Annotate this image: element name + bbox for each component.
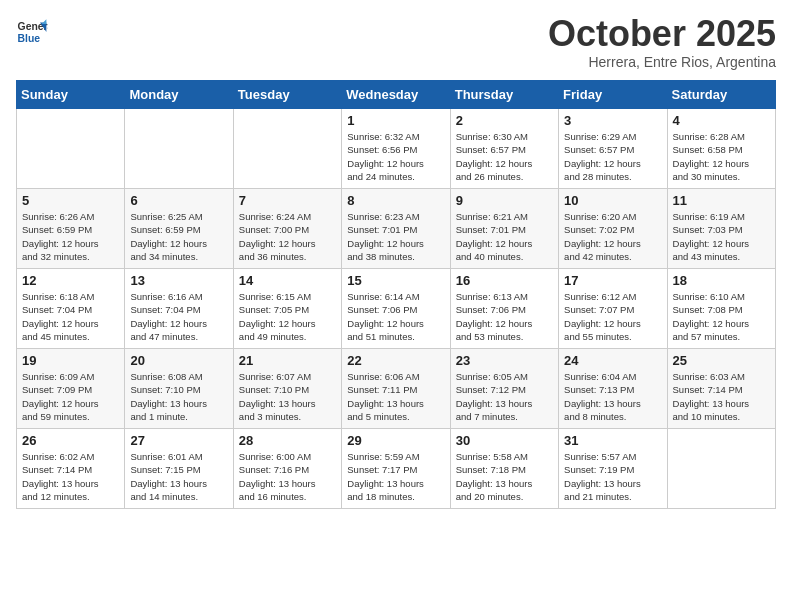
day-number: 15 — [347, 273, 444, 288]
week-row-3: 12Sunrise: 6:18 AMSunset: 7:04 PMDayligh… — [17, 269, 776, 349]
day-info: Sunrise: 5:58 AMSunset: 7:18 PMDaylight:… — [456, 450, 553, 503]
day-info: Sunrise: 6:02 AMSunset: 7:14 PMDaylight:… — [22, 450, 119, 503]
day-number: 2 — [456, 113, 553, 128]
week-row-1: 1Sunrise: 6:32 AMSunset: 6:56 PMDaylight… — [17, 109, 776, 189]
day-headers: SundayMondayTuesdayWednesdayThursdayFrid… — [17, 81, 776, 109]
logo: General Blue — [16, 16, 48, 48]
day-cell: 18Sunrise: 6:10 AMSunset: 7:08 PMDayligh… — [667, 269, 775, 349]
day-info: Sunrise: 6:03 AMSunset: 7:14 PMDaylight:… — [673, 370, 770, 423]
day-number: 19 — [22, 353, 119, 368]
day-info: Sunrise: 6:28 AMSunset: 6:58 PMDaylight:… — [673, 130, 770, 183]
day-cell: 25Sunrise: 6:03 AMSunset: 7:14 PMDayligh… — [667, 349, 775, 429]
day-info: Sunrise: 6:14 AMSunset: 7:06 PMDaylight:… — [347, 290, 444, 343]
subtitle: Herrera, Entre Rios, Argentina — [548, 54, 776, 70]
day-number: 20 — [130, 353, 227, 368]
day-cell: 24Sunrise: 6:04 AMSunset: 7:13 PMDayligh… — [559, 349, 667, 429]
day-info: Sunrise: 6:16 AMSunset: 7:04 PMDaylight:… — [130, 290, 227, 343]
day-cell: 21Sunrise: 6:07 AMSunset: 7:10 PMDayligh… — [233, 349, 341, 429]
day-number: 9 — [456, 193, 553, 208]
day-info: Sunrise: 6:00 AMSunset: 7:16 PMDaylight:… — [239, 450, 336, 503]
calendar: SundayMondayTuesdayWednesdayThursdayFrid… — [16, 80, 776, 509]
day-number: 6 — [130, 193, 227, 208]
day-cell: 13Sunrise: 6:16 AMSunset: 7:04 PMDayligh… — [125, 269, 233, 349]
day-info: Sunrise: 6:23 AMSunset: 7:01 PMDaylight:… — [347, 210, 444, 263]
day-cell: 27Sunrise: 6:01 AMSunset: 7:15 PMDayligh… — [125, 429, 233, 509]
day-info: Sunrise: 6:30 AMSunset: 6:57 PMDaylight:… — [456, 130, 553, 183]
day-number: 22 — [347, 353, 444, 368]
day-info: Sunrise: 6:21 AMSunset: 7:01 PMDaylight:… — [456, 210, 553, 263]
day-number: 21 — [239, 353, 336, 368]
day-cell: 15Sunrise: 6:14 AMSunset: 7:06 PMDayligh… — [342, 269, 450, 349]
day-cell: 29Sunrise: 5:59 AMSunset: 7:17 PMDayligh… — [342, 429, 450, 509]
day-number: 16 — [456, 273, 553, 288]
day-cell: 4Sunrise: 6:28 AMSunset: 6:58 PMDaylight… — [667, 109, 775, 189]
week-row-5: 26Sunrise: 6:02 AMSunset: 7:14 PMDayligh… — [17, 429, 776, 509]
day-cell: 30Sunrise: 5:58 AMSunset: 7:18 PMDayligh… — [450, 429, 558, 509]
title-area: October 2025 Herrera, Entre Rios, Argent… — [548, 16, 776, 70]
day-number: 30 — [456, 433, 553, 448]
day-number: 28 — [239, 433, 336, 448]
day-cell — [667, 429, 775, 509]
svg-text:Blue: Blue — [18, 33, 41, 44]
day-info: Sunrise: 6:10 AMSunset: 7:08 PMDaylight:… — [673, 290, 770, 343]
day-cell: 6Sunrise: 6:25 AMSunset: 6:59 PMDaylight… — [125, 189, 233, 269]
day-header-tuesday: Tuesday — [233, 81, 341, 109]
day-cell: 2Sunrise: 6:30 AMSunset: 6:57 PMDaylight… — [450, 109, 558, 189]
day-header-friday: Friday — [559, 81, 667, 109]
day-cell — [17, 109, 125, 189]
day-cell: 14Sunrise: 6:15 AMSunset: 7:05 PMDayligh… — [233, 269, 341, 349]
day-number: 1 — [347, 113, 444, 128]
month-title: October 2025 — [548, 16, 776, 52]
day-number: 23 — [456, 353, 553, 368]
day-number: 8 — [347, 193, 444, 208]
day-number: 5 — [22, 193, 119, 208]
day-number: 7 — [239, 193, 336, 208]
day-info: Sunrise: 6:07 AMSunset: 7:10 PMDaylight:… — [239, 370, 336, 423]
day-cell: 22Sunrise: 6:06 AMSunset: 7:11 PMDayligh… — [342, 349, 450, 429]
day-number: 26 — [22, 433, 119, 448]
day-cell: 31Sunrise: 5:57 AMSunset: 7:19 PMDayligh… — [559, 429, 667, 509]
week-row-4: 19Sunrise: 6:09 AMSunset: 7:09 PMDayligh… — [17, 349, 776, 429]
day-info: Sunrise: 5:57 AMSunset: 7:19 PMDaylight:… — [564, 450, 661, 503]
day-cell — [125, 109, 233, 189]
day-cell — [233, 109, 341, 189]
day-info: Sunrise: 6:25 AMSunset: 6:59 PMDaylight:… — [130, 210, 227, 263]
day-number: 17 — [564, 273, 661, 288]
logo-icon: General Blue — [16, 16, 48, 48]
day-cell: 12Sunrise: 6:18 AMSunset: 7:04 PMDayligh… — [17, 269, 125, 349]
day-number: 11 — [673, 193, 770, 208]
day-info: Sunrise: 6:26 AMSunset: 6:59 PMDaylight:… — [22, 210, 119, 263]
day-info: Sunrise: 6:06 AMSunset: 7:11 PMDaylight:… — [347, 370, 444, 423]
day-info: Sunrise: 6:13 AMSunset: 7:06 PMDaylight:… — [456, 290, 553, 343]
day-info: Sunrise: 6:19 AMSunset: 7:03 PMDaylight:… — [673, 210, 770, 263]
day-cell: 19Sunrise: 6:09 AMSunset: 7:09 PMDayligh… — [17, 349, 125, 429]
day-cell: 28Sunrise: 6:00 AMSunset: 7:16 PMDayligh… — [233, 429, 341, 509]
day-cell: 3Sunrise: 6:29 AMSunset: 6:57 PMDaylight… — [559, 109, 667, 189]
day-number: 4 — [673, 113, 770, 128]
day-info: Sunrise: 6:24 AMSunset: 7:00 PMDaylight:… — [239, 210, 336, 263]
day-number: 27 — [130, 433, 227, 448]
day-number: 18 — [673, 273, 770, 288]
day-info: Sunrise: 6:05 AMSunset: 7:12 PMDaylight:… — [456, 370, 553, 423]
day-number: 24 — [564, 353, 661, 368]
day-info: Sunrise: 6:18 AMSunset: 7:04 PMDaylight:… — [22, 290, 119, 343]
day-header-wednesday: Wednesday — [342, 81, 450, 109]
day-info: Sunrise: 6:04 AMSunset: 7:13 PMDaylight:… — [564, 370, 661, 423]
day-info: Sunrise: 6:08 AMSunset: 7:10 PMDaylight:… — [130, 370, 227, 423]
day-header-thursday: Thursday — [450, 81, 558, 109]
day-cell: 17Sunrise: 6:12 AMSunset: 7:07 PMDayligh… — [559, 269, 667, 349]
day-cell: 16Sunrise: 6:13 AMSunset: 7:06 PMDayligh… — [450, 269, 558, 349]
day-number: 12 — [22, 273, 119, 288]
day-cell: 5Sunrise: 6:26 AMSunset: 6:59 PMDaylight… — [17, 189, 125, 269]
day-cell: 26Sunrise: 6:02 AMSunset: 7:14 PMDayligh… — [17, 429, 125, 509]
day-cell: 11Sunrise: 6:19 AMSunset: 7:03 PMDayligh… — [667, 189, 775, 269]
day-number: 25 — [673, 353, 770, 368]
day-info: Sunrise: 6:09 AMSunset: 7:09 PMDaylight:… — [22, 370, 119, 423]
day-number: 10 — [564, 193, 661, 208]
day-number: 13 — [130, 273, 227, 288]
day-number: 29 — [347, 433, 444, 448]
day-cell: 10Sunrise: 6:20 AMSunset: 7:02 PMDayligh… — [559, 189, 667, 269]
day-header-sunday: Sunday — [17, 81, 125, 109]
day-cell: 9Sunrise: 6:21 AMSunset: 7:01 PMDaylight… — [450, 189, 558, 269]
day-cell: 1Sunrise: 6:32 AMSunset: 6:56 PMDaylight… — [342, 109, 450, 189]
